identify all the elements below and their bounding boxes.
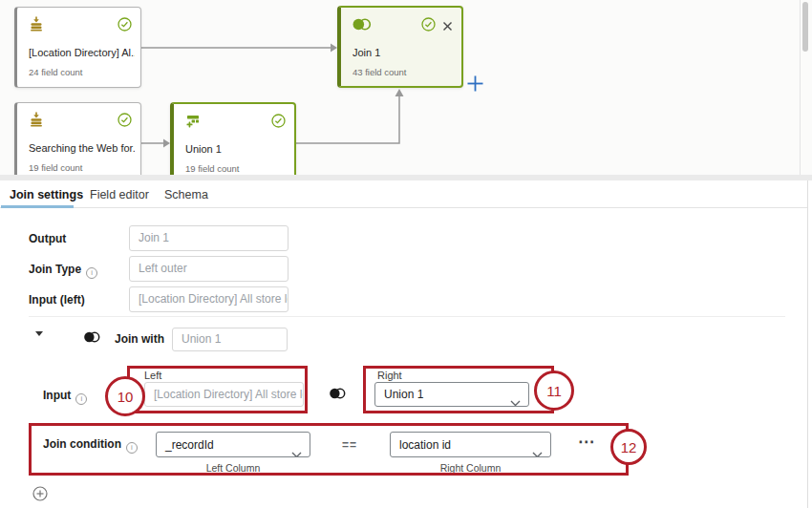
chevron-down-icon: [291, 442, 302, 458]
input-label: Inputi: [43, 389, 87, 405]
panel-right-border: [807, 180, 808, 508]
right-column-caption: Right Column: [390, 462, 551, 474]
close-icon[interactable]: [442, 21, 453, 32]
flow-canvas[interactable]: [Location Directory] Al... 24 field coun…: [0, 0, 812, 175]
section-divider: [29, 316, 785, 317]
add-node-icon[interactable]: [467, 75, 483, 95]
tab-field-editor[interactable]: Field editor: [90, 188, 149, 201]
left-input-label: Left: [144, 370, 161, 381]
collapse-arrow-icon[interactable]: [35, 331, 43, 336]
right-column-dropdown[interactable]: location id: [390, 432, 551, 457]
join-type-input[interactable]: Left outer: [129, 256, 288, 282]
node-head: [185, 115, 286, 130]
dataset-icon: [29, 112, 44, 131]
node-head: [29, 114, 132, 129]
node-searching-the-web[interactable]: Searching the Web for... 19 field count: [14, 102, 141, 175]
join-with-input[interactable]: Union 1: [172, 328, 288, 351]
join-icon: [330, 386, 346, 403]
check-circle-icon: [271, 114, 286, 132]
chevron-down-icon: [510, 392, 521, 407]
check-circle-icon: [118, 113, 132, 131]
left-column-dropdown[interactable]: _recordId: [156, 432, 310, 457]
node-title: Searching the Web for...: [29, 142, 135, 154]
node-field-count: 43 field count: [353, 67, 456, 77]
canvas-scrollbar-track: [800, 0, 801, 175]
node-field-count: 24 field count: [29, 67, 135, 77]
join-settings-screen: [Location Directory] Al... 24 field coun…: [0, 0, 812, 508]
join-condition-label: Join conditioni: [43, 437, 138, 454]
input-left-input[interactable]: [Location Directory] All store locatior: [129, 286, 288, 312]
panel-tabbar: Join settings Field editor Schema: [0, 180, 807, 208]
join-icon: [353, 17, 372, 34]
add-condition-icon[interactable]: [32, 486, 48, 505]
output-input[interactable]: Join 1: [129, 225, 288, 251]
check-circle-icon: [421, 17, 436, 35]
output-label: Output: [29, 232, 66, 245]
canvas-scrollbar-thumb[interactable]: [802, 2, 808, 52]
info-icon[interactable]: i: [75, 393, 87, 405]
node-title: Union 1: [185, 143, 288, 155]
union-icon: [185, 113, 201, 132]
tab-schema[interactable]: Schema: [164, 188, 208, 201]
input-left-label: Input (left): [29, 293, 85, 307]
node-join-1[interactable]: Join 1 43 field count: [337, 6, 463, 88]
node-title: Join 1: [353, 47, 456, 58]
left-input[interactable]: [Location Directory] All store location: [144, 382, 304, 407]
join-type-label: Join Typei: [29, 263, 97, 279]
node-union-1[interactable]: Union 1 19 field count: [170, 102, 296, 175]
info-icon[interactable]: i: [86, 267, 97, 279]
equals-operator: ==: [342, 438, 357, 452]
left-column-caption: Left Column: [156, 462, 310, 474]
node-head: [29, 18, 132, 33]
right-input-dropdown[interactable]: Union 1: [374, 382, 529, 407]
right-input-label: Right: [377, 370, 402, 381]
dataset-icon: [29, 16, 44, 35]
join-with-label: Join with: [115, 332, 164, 346]
more-options-icon[interactable]: ⋯: [578, 434, 594, 450]
node-title: [Location Directory] Al...: [29, 47, 135, 58]
tab-join-settings[interactable]: Join settings: [10, 188, 83, 201]
node-head: [353, 18, 453, 33]
node-field-count: 19 field count: [185, 163, 288, 174]
join-icon: [84, 329, 100, 347]
node-location-directory[interactable]: [Location Directory] Al... 24 field coun…: [14, 7, 141, 88]
active-tab-underline: [1, 205, 74, 208]
node-field-count: 19 field count: [29, 162, 135, 173]
info-icon[interactable]: i: [126, 442, 138, 454]
chevron-down-icon: [532, 442, 543, 458]
check-circle-icon: [118, 17, 132, 35]
